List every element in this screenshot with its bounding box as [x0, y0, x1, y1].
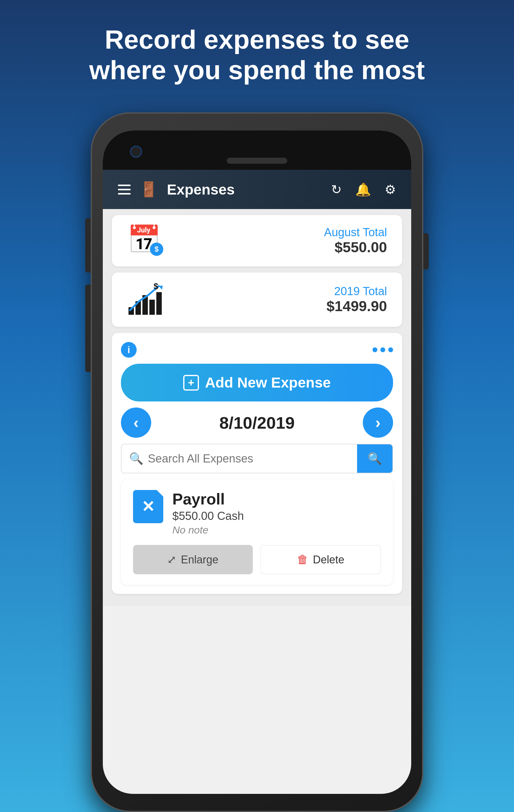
main-panel: i + Add New Expense ‹ 8/10/2019 › [112, 333, 402, 594]
annual-total-label: 2019 Total [327, 285, 387, 298]
dollar-badge: $ [150, 242, 163, 256]
delete-button[interactable]: 🗑 Delete [260, 545, 381, 574]
header-title: Expenses [167, 181, 235, 198]
app-header: 🚪 Expenses ↻ 🔔 ⚙ [103, 170, 411, 209]
next-date-button[interactable]: › [363, 407, 393, 438]
headline-line2: where you spend the most [89, 55, 425, 85]
dot-3 [388, 347, 393, 352]
expense-title: Payroll [172, 490, 381, 508]
monthly-total-card: 📅 $ August Total $550.00 [112, 215, 402, 266]
add-expense-button[interactable]: + Add New Expense [121, 364, 393, 402]
dot-1 [373, 347, 377, 352]
monthly-total-label: August Total [324, 226, 387, 239]
date-navigator: ‹ 8/10/2019 › [121, 407, 393, 438]
calendar-icon-wrap: 📅 $ [127, 226, 163, 256]
add-expense-label: Add New Expense [205, 374, 331, 391]
search-input[interactable] [148, 452, 350, 465]
header-left: 🚪 Expenses [118, 181, 331, 198]
annual-total-card: $ 2019 Total $1499.90 [112, 272, 402, 327]
expense-item: Payroll $550.00 Cash No note ⤢ Enlarge 🗑 [121, 480, 393, 585]
dot-2 [380, 347, 385, 352]
monthly-total-value: $550.00 [324, 239, 387, 256]
phone-mockup: 🚪 Expenses ↻ 🔔 ⚙ 📅 $ August Total $550.0… [91, 112, 423, 812]
svg-rect-3 [150, 300, 155, 315]
chart-svg: $ [127, 283, 166, 316]
chart-icon-wrap: $ [127, 283, 166, 316]
date-display: 8/10/2019 [219, 413, 295, 433]
svg-text:$: $ [154, 283, 158, 291]
search-button[interactable]: 🔍 [357, 444, 393, 473]
add-icon: + [183, 375, 199, 390]
header-right: ↻ 🔔 ⚙ [331, 182, 396, 197]
phone-speaker [227, 158, 287, 164]
app-icon: 🚪 [140, 181, 158, 198]
panel-top-row: i [121, 342, 393, 358]
filter-icon[interactable]: ⚙ [385, 182, 396, 197]
enlarge-button[interactable]: ⤢ Enlarge [133, 545, 253, 574]
search-bar: 🔍 🔍 [121, 444, 393, 473]
headline-line1: Record expenses to see [105, 25, 409, 54]
hamburger-menu[interactable] [118, 184, 131, 195]
delete-label: Delete [313, 553, 344, 566]
phone-screen: 🚪 Expenses ↻ 🔔 ⚙ 📅 $ August Total $550.0… [103, 130, 411, 794]
svg-marker-6 [159, 286, 163, 290]
phone-camera [130, 146, 142, 158]
annual-total-info: 2019 Total $1499.90 [327, 285, 387, 315]
headline: Record expenses to see where you spend t… [65, 24, 449, 85]
expense-top: Payroll $550.00 Cash No note [133, 490, 381, 536]
enlarge-icon: ⤢ [167, 553, 176, 566]
search-left: 🔍 [121, 446, 357, 471]
annual-total-value: $1499.90 [327, 298, 387, 315]
search-icon: 🔍 [129, 452, 143, 465]
delete-icon: 🗑 [297, 553, 308, 566]
prev-date-button[interactable]: ‹ [121, 407, 151, 438]
bell-icon[interactable]: 🔔 [355, 182, 371, 197]
monthly-total-info: August Total $550.00 [324, 226, 387, 256]
app-content: 📅 $ August Total $550.00 [103, 209, 411, 606]
expense-actions: ⤢ Enlarge 🗑 Delete [133, 545, 381, 574]
expense-amount: $550.00 Cash [172, 510, 381, 523]
info-icon[interactable]: i [121, 342, 137, 358]
enlarge-label: Enlarge [181, 553, 218, 566]
expense-doc-icon [133, 490, 163, 523]
expense-info: Payroll $550.00 Cash No note [172, 490, 381, 536]
refresh-icon[interactable]: ↻ [331, 182, 342, 197]
phone-top-bar [103, 130, 411, 170]
dots-menu[interactable] [373, 347, 393, 352]
svg-rect-4 [156, 292, 162, 315]
expense-note: No note [172, 524, 381, 536]
